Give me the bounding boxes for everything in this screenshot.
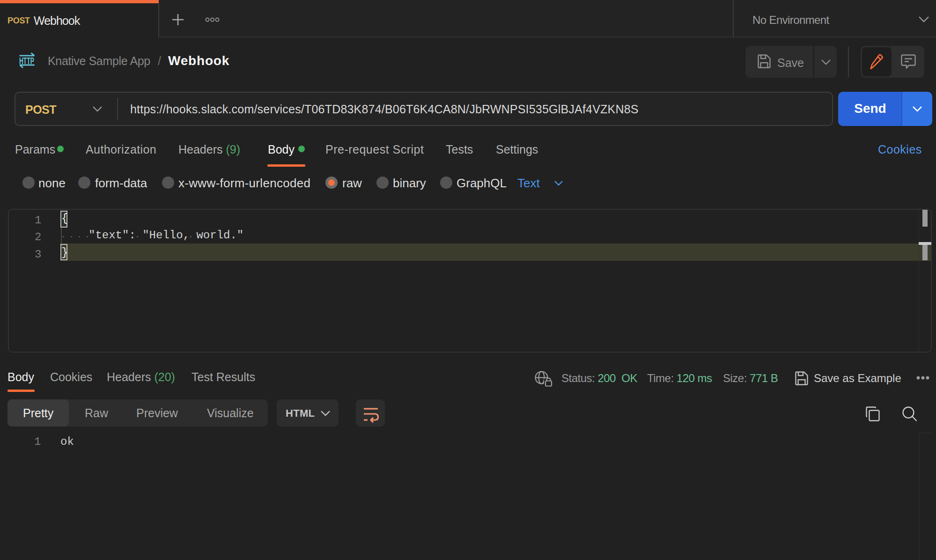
svg-text:HTTP: HTTP xyxy=(19,56,34,66)
